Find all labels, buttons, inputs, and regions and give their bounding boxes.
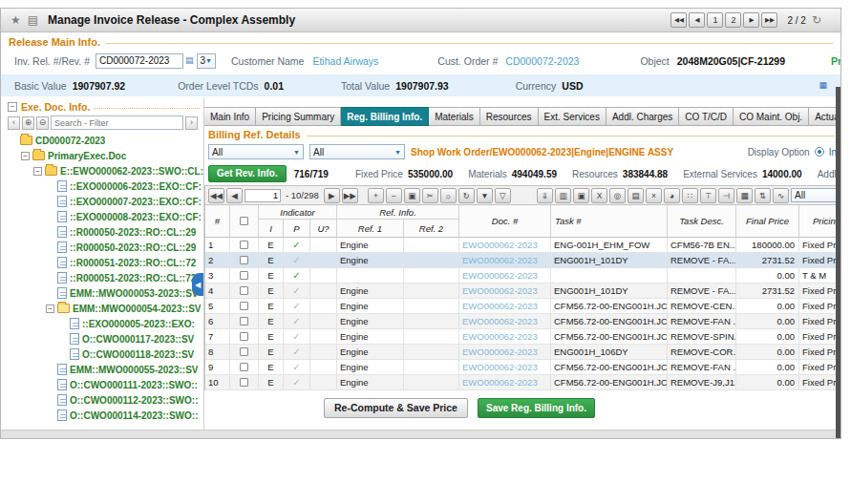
export-pdf-icon[interactable]: ⇓ bbox=[537, 188, 553, 203]
search-doc-icon[interactable]: ◎ bbox=[609, 188, 626, 203]
grid-first-page-button[interactable]: ◀◀ bbox=[208, 188, 224, 203]
col-header-select-all[interactable] bbox=[230, 205, 259, 237]
tree-expander-icon[interactable]: − bbox=[33, 167, 42, 176]
doc-number-link[interactable]: EWO000062-2023 bbox=[459, 329, 551, 344]
remove-col-icon[interactable]: × bbox=[646, 188, 662, 203]
table-row[interactable]: 10 E ✓ Engine EWO000062-2023 CFM56.72-00… bbox=[205, 375, 840, 390]
grid-refresh-icon[interactable]: ↻ bbox=[458, 188, 475, 203]
customer-name-link[interactable]: Etihad Airways bbox=[312, 55, 378, 67]
lookup-icon[interactable]: ▤ bbox=[185, 56, 194, 65]
grid-delete-icon[interactable]: − bbox=[386, 188, 402, 203]
row-checkbox[interactable] bbox=[240, 286, 248, 295]
grid-filter-clear-icon[interactable]: ▽ bbox=[495, 188, 511, 203]
tab[interactable]: Reg. Billing Info. bbox=[341, 107, 429, 126]
table-row[interactable]: 8 E ✓ Engine EWO000062-2023 ENG001H_106D… bbox=[205, 345, 840, 360]
display-option-radio[interactable] bbox=[815, 147, 824, 157]
tree-node[interactable]: ::R000050-2023::RO::CL::29 bbox=[6, 224, 203, 240]
grid-page-input[interactable] bbox=[245, 189, 281, 202]
tree-node[interactable]: ::EXO000005-2023::EXO: bbox=[6, 316, 203, 331]
tree-node[interactable]: ::EXO000008-2023::EXO::CF: bbox=[6, 209, 203, 224]
billing-filter-2-select[interactable]: All▼ bbox=[309, 144, 405, 159]
grid-settings-icon[interactable]: ☼ bbox=[440, 188, 457, 203]
grid-prev-page-button[interactable]: ◀ bbox=[226, 188, 243, 203]
tree-node[interactable]: O::CWO000114-2023::SWO:: bbox=[6, 408, 203, 423]
tree-node[interactable]: − E::EWO000062-2023::SWO::CL:: bbox=[6, 163, 203, 178]
export-excel-icon[interactable]: X bbox=[591, 188, 607, 203]
col-header-num[interactable]: # bbox=[205, 205, 230, 237]
col-header-doc[interactable]: Doc. # bbox=[459, 205, 551, 237]
table-row[interactable]: 9 E ✓ Engine EWO000062-2023 CFM56.72-00-… bbox=[205, 360, 840, 375]
page-1-button[interactable]: 1 bbox=[707, 12, 723, 28]
tree-node[interactable]: O::CWO000118-2023::SV bbox=[6, 346, 203, 362]
clipboard-icon[interactable]: ▤ bbox=[628, 188, 644, 203]
tree-expander-icon[interactable]: − bbox=[46, 304, 54, 313]
doc-number-link[interactable]: EWO000062-2023 bbox=[459, 268, 551, 283]
tab[interactable]: Pricing Summary bbox=[256, 107, 341, 126]
table-row[interactable]: 5 E ✓ Engine EWO000062-2023 CFM56.72-00-… bbox=[205, 299, 840, 314]
tree-node[interactable]: O::CWO000117-2023::SV bbox=[6, 331, 203, 346]
row-checkbox[interactable] bbox=[240, 378, 248, 387]
grid-filter-icon[interactable]: ▼ bbox=[477, 188, 493, 203]
tree-prev-icon[interactable]: ‹ bbox=[8, 116, 20, 130]
pie-chart-icon[interactable]: ◕ bbox=[664, 188, 680, 203]
inv-rel-input[interactable] bbox=[96, 53, 183, 69]
doc-number-link[interactable]: EWO000062-2023 bbox=[459, 375, 551, 389]
billing-filter-1-select[interactable]: All▼ bbox=[208, 144, 304, 159]
col-header-i[interactable]: I bbox=[259, 220, 284, 237]
tree-collapse-handle[interactable]: ◀ bbox=[192, 273, 203, 296]
col-header-desc[interactable]: Task Desc. bbox=[668, 205, 736, 237]
table-row[interactable]: 4 E ✓ Engine EWO000062-2023 ENG001H_101D… bbox=[205, 284, 840, 299]
favorite-star-icon[interactable]: ★ bbox=[11, 14, 21, 26]
cust-order-link[interactable]: CD000072-2023 bbox=[505, 55, 579, 67]
clear-sort-icon[interactable]: ∿ bbox=[773, 188, 789, 203]
tree-node[interactable]: − EMM::MWO000054-2023::SV bbox=[6, 301, 203, 316]
tree-node[interactable]: O::CWO000111-2023::SWO:: bbox=[6, 377, 203, 392]
table-row[interactable]: 6 E ✓ Engine EWO000062-2023 CFM56.72-00-… bbox=[205, 314, 840, 329]
tree-node[interactable]: EMM::MWO000053-2023::SV bbox=[6, 285, 203, 301]
recompute-save-price-button[interactable]: Re-Compute & Save Price bbox=[324, 398, 468, 418]
tree-expander-icon[interactable]: − bbox=[21, 152, 30, 160]
get-rev-info-button[interactable]: Get Rev. Info. bbox=[208, 165, 287, 182]
tree-node[interactable]: − PrimaryExec.Doc bbox=[6, 148, 203, 163]
select-all-checkbox[interactable] bbox=[240, 217, 248, 225]
grid-copy-icon[interactable]: ▣ bbox=[404, 188, 420, 203]
tab[interactable]: Resources bbox=[480, 107, 539, 126]
chart-icon[interactable]: ▥ bbox=[555, 188, 571, 203]
tree-node[interactable]: ::EXO000007-2023::EXO::CF: bbox=[6, 194, 203, 209]
doc-number-link[interactable]: EWO000062-2023 bbox=[459, 253, 551, 267]
doc-number-link[interactable]: EWO000062-2023 bbox=[459, 284, 551, 298]
next-record-button[interactable]: ▶ bbox=[743, 12, 759, 28]
prev-record-button[interactable]: ◀ bbox=[689, 12, 705, 28]
last-record-button[interactable]: ▶▶ bbox=[761, 12, 777, 28]
sort-icon[interactable]: ⇅ bbox=[755, 188, 771, 203]
collapse-all-icon[interactable]: ⊖ bbox=[36, 116, 49, 130]
col-header-ref1[interactable]: Ref. 1 bbox=[337, 220, 404, 237]
table-row[interactable]: 7 E ✓ Engine EWO000062-2023 CFM56.72-00-… bbox=[205, 329, 840, 345]
col-header-p[interactable]: P bbox=[284, 220, 310, 237]
row-checkbox[interactable] bbox=[240, 302, 248, 310]
col-header-u[interactable]: U? bbox=[310, 220, 336, 237]
tree-node[interactable]: ::R000051-2023::RO::CL::72 bbox=[6, 270, 203, 285]
tree-node[interactable]: O::CWO000112-2023::SWO:: bbox=[6, 392, 203, 408]
first-record-button[interactable]: ◀◀ bbox=[670, 12, 687, 28]
tab[interactable]: Materials bbox=[429, 107, 480, 126]
col-header-price[interactable]: Final Price bbox=[736, 205, 799, 237]
row-checkbox[interactable] bbox=[240, 363, 248, 371]
tab[interactable]: Addl. Charges bbox=[606, 107, 679, 126]
doc-number-link[interactable]: EWO000062-2023 bbox=[459, 360, 551, 374]
table-row[interactable]: 1 E ✓ Engine EWO000062-2023 ENG-001H_EHM… bbox=[205, 238, 840, 253]
grid-view-select[interactable]: All bbox=[791, 188, 837, 202]
save-reg-billing-info-button[interactable]: Save Reg. Billing Info. bbox=[478, 398, 595, 418]
columns-icon[interactable]: ▦ bbox=[736, 188, 753, 203]
doc-number-link[interactable]: EWO000062-2023 bbox=[459, 314, 551, 328]
grid-next-page-button[interactable]: ▶ bbox=[324, 188, 340, 203]
page-2-button[interactable]: 2 bbox=[725, 12, 741, 28]
shield-icon[interactable]: ▣ bbox=[573, 188, 589, 203]
panel-collapse-icon[interactable]: − bbox=[8, 102, 17, 112]
row-checkbox[interactable] bbox=[240, 347, 248, 356]
tree-node[interactable]: ::EXO000006-2023::EXO::CF: bbox=[6, 178, 203, 194]
col-header-ref2[interactable]: Ref. 2 bbox=[404, 220, 458, 237]
row-checkbox[interactable] bbox=[240, 317, 248, 326]
tree-node[interactable]: EMM::MWO000055-2023::SV bbox=[6, 362, 203, 377]
row-checkbox[interactable] bbox=[240, 332, 248, 341]
